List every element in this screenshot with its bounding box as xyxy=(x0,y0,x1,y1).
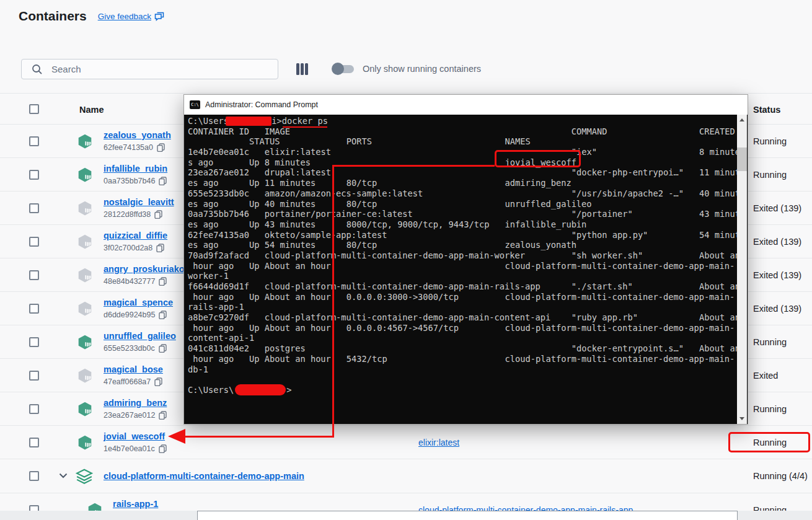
copy-icon[interactable] xyxy=(159,444,167,453)
copy-icon[interactable] xyxy=(157,143,165,152)
terminal-text: Up 54 minutes xyxy=(249,240,316,250)
terminal-text: Up About an hour xyxy=(249,261,331,271)
row-checkbox[interactable] xyxy=(29,203,39,213)
terminal-text: db-1 xyxy=(188,364,208,375)
container-name-link[interactable]: infallible_rubin xyxy=(104,164,167,174)
container-id: 3f02c700d2a8 xyxy=(104,244,152,252)
terminal-text: admiring_benz xyxy=(505,178,571,188)
row-checkbox[interactable] xyxy=(29,136,39,146)
terminal-text: cloud-platform-multi-container-demo-app-… xyxy=(505,292,735,302)
copy-icon[interactable] xyxy=(154,210,162,219)
give-feedback-link[interactable]: Give feedback xyxy=(98,12,151,21)
container-name-link[interactable]: zealous_yonath xyxy=(104,130,171,141)
copy-icon[interactable] xyxy=(156,244,164,252)
terminal-text: 041c811d04e2 xyxy=(188,343,249,354)
terminal-output[interactable]: C:\Usersi>docker psCONTAINER IDIMAGECOMM… xyxy=(188,116,738,423)
copy-icon[interactable] xyxy=(159,277,167,286)
container-name-link[interactable]: admiring_benz xyxy=(104,398,167,408)
terminal-text: 70ad9f2afacd xyxy=(188,250,249,261)
image-link[interactable]: elixir:latest xyxy=(418,426,459,459)
copy-icon[interactable] xyxy=(159,311,167,319)
page-header: Containers Give feedback xyxy=(19,9,164,24)
container-id: d6dde9924b95 xyxy=(104,311,155,319)
copy-icon[interactable] xyxy=(159,344,167,353)
name-cell: infallible_rubin 0aa735bb7b46 xyxy=(104,163,167,185)
container-icon xyxy=(77,401,93,417)
terminal-text: Up About an hour xyxy=(249,354,331,364)
row-checkbox[interactable] xyxy=(29,371,39,381)
terminal-text: cloud-platform-multi-container-demo-app-… xyxy=(505,354,735,364)
terminal-text: es ago xyxy=(188,199,218,209)
status-text: Exited xyxy=(753,359,778,392)
container-icon xyxy=(77,133,93,149)
select-all-checkbox[interactable] xyxy=(29,104,39,114)
terminal-text: 62fee74135a0 xyxy=(188,230,249,240)
copy-icon[interactable] xyxy=(159,411,167,420)
command-prompt-window[interactable]: C:\ Administrator: Command Prompt – □ ✕ … xyxy=(183,94,748,425)
row-checkbox[interactable] xyxy=(29,237,39,247)
terminal-command-text: docker ps xyxy=(282,116,328,126)
terminal-text: "sh worker.sh" xyxy=(571,250,643,261)
container-name-link[interactable]: unruffled_galileo xyxy=(104,331,176,342)
container-id: 47eaff0668a7 xyxy=(104,377,151,386)
container-name-link[interactable]: magical_bose xyxy=(104,364,163,375)
terminal-text: hour ago xyxy=(188,354,234,364)
container-name-link[interactable]: cloud-platform-multi-container-demo-app-… xyxy=(104,471,304,482)
scroll-up-icon[interactable] xyxy=(737,115,747,125)
redaction-block xyxy=(226,117,271,126)
container-name-link[interactable]: quizzical_diffie xyxy=(104,231,167,241)
terminal-text: i> xyxy=(271,116,281,126)
scroll-down-icon[interactable] xyxy=(737,413,747,424)
stack-icon xyxy=(76,469,93,485)
terminal-text: 8000/tcp, 9000/tcp, 9443/tcp xyxy=(346,219,490,230)
container-icon xyxy=(77,267,93,283)
annotation-line-vertical xyxy=(332,165,334,438)
container-name-link[interactable]: jovial_wescoff xyxy=(104,431,165,442)
row-checkbox[interactable] xyxy=(29,471,39,481)
terminal-text: > xyxy=(286,385,291,395)
row-checkbox[interactable] xyxy=(29,270,39,280)
copy-icon[interactable] xyxy=(154,377,162,386)
annotation-box-terminal-name xyxy=(495,150,581,167)
terminal-text: PORTS xyxy=(346,136,372,147)
container-name-link[interactable]: angry_proskuriakov xyxy=(104,264,190,275)
container-name-link[interactable]: rails-app-1 xyxy=(113,499,158,509)
name-cell: admiring_benz 23ea267ae012 xyxy=(104,397,167,420)
table-row: cloud-platform-multi-container-demo-app-… xyxy=(0,459,812,493)
columns-icon[interactable] xyxy=(296,63,308,75)
scrollbar-thumb[interactable] xyxy=(737,148,747,171)
terminal-text: es ago xyxy=(188,240,218,250)
terminal-text: worker-1 xyxy=(188,271,229,281)
terminal-text: "ruby app.rb" xyxy=(571,312,638,323)
search-input[interactable] xyxy=(50,63,263,75)
row-checkbox[interactable] xyxy=(29,170,39,180)
status-text: Exited (139) xyxy=(753,292,801,325)
terminal-text: NAMES xyxy=(505,136,531,147)
copy-icon[interactable] xyxy=(159,177,167,185)
terminal-text: C:\Users\ xyxy=(188,385,234,395)
cmd-icon: C:\ xyxy=(190,100,200,109)
terminal-text: s ago xyxy=(188,157,213,168)
running-filter-toggle[interactable] xyxy=(333,62,354,76)
row-checkbox[interactable] xyxy=(29,438,39,447)
row-checkbox[interactable] xyxy=(29,337,39,347)
container-name-link[interactable]: nostalgic_leavitt xyxy=(104,197,174,208)
feedback-chat-icon[interactable] xyxy=(154,12,164,21)
container-name-link[interactable]: magical_spence xyxy=(104,297,173,308)
terminal-text: es ago xyxy=(188,178,218,188)
terminal-text: CREATED xyxy=(699,126,735,137)
row-checkbox[interactable] xyxy=(29,304,39,314)
terminal-titlebar[interactable]: C:\ Administrator: Command Prompt – □ ✕ xyxy=(184,95,748,115)
page-title: Containers xyxy=(19,9,87,24)
search-box[interactable] xyxy=(21,59,278,79)
container-id: 0aa735bb7b46 xyxy=(104,177,155,185)
terminal-text: 0aa735bb7b46 xyxy=(188,209,249,219)
row-checkbox[interactable] xyxy=(29,404,39,414)
terminal-scrollbar[interactable] xyxy=(737,115,747,424)
terminal-text: amazon/amazon-ecs-sample:latest xyxy=(265,188,423,199)
terminal-text: unruffled_galileo xyxy=(505,199,592,209)
chevron-down-icon[interactable] xyxy=(59,473,68,478)
terminal-text: portainer/portainer-ce:latest xyxy=(265,209,413,219)
status-text: Exited (139) xyxy=(753,225,801,258)
redaction-block xyxy=(235,384,286,395)
